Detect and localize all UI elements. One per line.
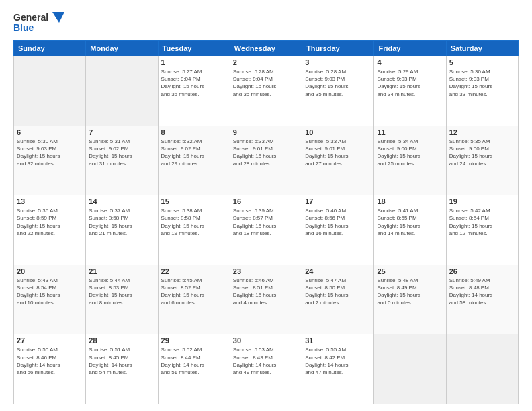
calendar-day-header: Thursday — [302, 41, 374, 56]
day-number: 15 — [161, 197, 227, 205]
day-info: Sunrise: 5:45 AM Sunset: 8:52 PM Dayligh… — [161, 277, 227, 307]
day-number: 22 — [161, 267, 227, 275]
calendar-week-row: 27Sunrise: 5:50 AM Sunset: 8:46 PM Dayli… — [14, 334, 519, 404]
calendar-cell: 30Sunrise: 5:53 AM Sunset: 8:43 PM Dayli… — [230, 334, 302, 404]
calendar-cell: 8Sunrise: 5:32 AM Sunset: 9:02 PM Daylig… — [158, 126, 230, 195]
calendar-cell: 12Sunrise: 5:35 AM Sunset: 9:00 PM Dayli… — [446, 126, 518, 195]
calendar-cell — [14, 56, 86, 126]
calendar-cell: 6Sunrise: 5:30 AM Sunset: 9:03 PM Daylig… — [14, 126, 86, 195]
day-info: Sunrise: 5:30 AM Sunset: 9:03 PM Dayligh… — [449, 68, 515, 98]
day-number: 2 — [233, 58, 299, 66]
day-info: Sunrise: 5:46 AM Sunset: 8:51 PM Dayligh… — [233, 277, 299, 307]
calendar-week-row: 20Sunrise: 5:43 AM Sunset: 8:54 PM Dayli… — [14, 265, 519, 334]
day-info: Sunrise: 5:30 AM Sunset: 9:03 PM Dayligh… — [17, 138, 83, 168]
day-info: Sunrise: 5:50 AM Sunset: 8:46 PM Dayligh… — [17, 346, 83, 376]
calendar-week-row: 6Sunrise: 5:30 AM Sunset: 9:03 PM Daylig… — [14, 126, 519, 195]
calendar-cell: 18Sunrise: 5:41 AM Sunset: 8:55 PM Dayli… — [374, 195, 446, 265]
svg-text:General: General — [13, 12, 48, 23]
day-info: Sunrise: 5:28 AM Sunset: 9:04 PM Dayligh… — [233, 68, 299, 98]
calendar-cell: 20Sunrise: 5:43 AM Sunset: 8:54 PM Dayli… — [14, 265, 86, 334]
day-number: 30 — [233, 336, 299, 345]
calendar-cell: 27Sunrise: 5:50 AM Sunset: 8:46 PM Dayli… — [14, 334, 86, 404]
calendar-cell: 4Sunrise: 5:29 AM Sunset: 9:03 PM Daylig… — [374, 56, 446, 126]
page: GeneralBlue SundayMondayTuesdayWednesday… — [0, 0, 532, 411]
day-number: 18 — [377, 197, 443, 205]
day-number: 5 — [449, 58, 515, 66]
calendar-cell: 5Sunrise: 5:30 AM Sunset: 9:03 PM Daylig… — [446, 56, 518, 126]
calendar-cell: 16Sunrise: 5:39 AM Sunset: 8:57 PM Dayli… — [230, 195, 302, 265]
calendar-cell: 22Sunrise: 5:45 AM Sunset: 8:52 PM Dayli… — [158, 265, 230, 334]
day-number: 11 — [377, 128, 443, 136]
day-number: 31 — [305, 336, 371, 345]
day-info: Sunrise: 5:43 AM Sunset: 8:54 PM Dayligh… — [17, 277, 83, 307]
calendar-cell: 21Sunrise: 5:44 AM Sunset: 8:53 PM Dayli… — [86, 265, 158, 334]
calendar-day-header: Sunday — [14, 41, 86, 56]
day-info: Sunrise: 5:32 AM Sunset: 9:02 PM Dayligh… — [161, 138, 227, 168]
day-number: 25 — [377, 267, 443, 275]
calendar-cell: 7Sunrise: 5:31 AM Sunset: 9:02 PM Daylig… — [86, 126, 158, 195]
day-info: Sunrise: 5:52 AM Sunset: 8:44 PM Dayligh… — [161, 346, 227, 376]
day-number: 20 — [17, 267, 83, 275]
day-number: 13 — [17, 197, 83, 205]
calendar-week-row: 13Sunrise: 5:36 AM Sunset: 8:59 PM Dayli… — [14, 195, 519, 265]
calendar-day-header: Friday — [374, 41, 446, 56]
day-number: 8 — [161, 128, 227, 136]
calendar-cell: 24Sunrise: 5:47 AM Sunset: 8:50 PM Dayli… — [302, 265, 374, 334]
day-number: 28 — [89, 336, 154, 345]
day-number: 1 — [161, 58, 227, 66]
day-number: 14 — [89, 197, 154, 205]
calendar-cell: 23Sunrise: 5:46 AM Sunset: 8:51 PM Dayli… — [230, 265, 302, 334]
svg-marker-2 — [52, 12, 64, 23]
day-number: 23 — [233, 267, 299, 275]
day-number: 21 — [89, 267, 154, 275]
day-number: 16 — [233, 197, 299, 205]
day-info: Sunrise: 5:38 AM Sunset: 8:58 PM Dayligh… — [161, 207, 227, 237]
day-info: Sunrise: 5:35 AM Sunset: 9:00 PM Dayligh… — [449, 138, 515, 168]
calendar-cell: 10Sunrise: 5:33 AM Sunset: 9:01 PM Dayli… — [302, 126, 374, 195]
calendar-cell: 14Sunrise: 5:37 AM Sunset: 8:58 PM Dayli… — [86, 195, 158, 265]
day-info: Sunrise: 5:49 AM Sunset: 8:48 PM Dayligh… — [449, 277, 515, 307]
day-info: Sunrise: 5:37 AM Sunset: 8:58 PM Dayligh… — [89, 207, 154, 237]
day-number: 19 — [449, 197, 515, 205]
day-info: Sunrise: 5:40 AM Sunset: 8:56 PM Dayligh… — [305, 207, 371, 237]
calendar-cell: 13Sunrise: 5:36 AM Sunset: 8:59 PM Dayli… — [14, 195, 86, 265]
day-info: Sunrise: 5:31 AM Sunset: 9:02 PM Dayligh… — [89, 138, 154, 168]
day-number: 4 — [377, 58, 443, 66]
day-number: 9 — [233, 128, 299, 136]
day-info: Sunrise: 5:47 AM Sunset: 8:50 PM Dayligh… — [305, 277, 371, 307]
calendar-cell: 17Sunrise: 5:40 AM Sunset: 8:56 PM Dayli… — [302, 195, 374, 265]
day-number: 27 — [17, 336, 83, 345]
calendar-cell: 3Sunrise: 5:28 AM Sunset: 9:03 PM Daylig… — [302, 56, 374, 126]
day-number: 3 — [305, 58, 371, 66]
day-info: Sunrise: 5:53 AM Sunset: 8:43 PM Dayligh… — [233, 346, 299, 376]
day-info: Sunrise: 5:39 AM Sunset: 8:57 PM Dayligh… — [233, 207, 299, 237]
day-info: Sunrise: 5:41 AM Sunset: 8:55 PM Dayligh… — [377, 207, 443, 237]
day-number: 17 — [305, 197, 371, 205]
logo: GeneralBlue — [13, 11, 74, 35]
calendar-header-row: SundayMondayTuesdayWednesdayThursdayFrid… — [14, 41, 519, 56]
calendar-cell: 9Sunrise: 5:33 AM Sunset: 9:01 PM Daylig… — [230, 126, 302, 195]
day-info: Sunrise: 5:44 AM Sunset: 8:53 PM Dayligh… — [89, 277, 154, 307]
calendar-day-header: Monday — [86, 41, 158, 56]
calendar-table: SundayMondayTuesdayWednesdayThursdayFrid… — [13, 40, 519, 404]
calendar-cell — [374, 334, 446, 404]
calendar-week-row: 1Sunrise: 5:27 AM Sunset: 9:04 PM Daylig… — [14, 56, 519, 126]
day-info: Sunrise: 5:36 AM Sunset: 8:59 PM Dayligh… — [17, 207, 83, 237]
calendar-cell: 15Sunrise: 5:38 AM Sunset: 8:58 PM Dayli… — [158, 195, 230, 265]
day-info: Sunrise: 5:55 AM Sunset: 8:42 PM Dayligh… — [305, 346, 371, 376]
day-info: Sunrise: 5:29 AM Sunset: 9:03 PM Dayligh… — [377, 68, 443, 98]
day-number: 10 — [305, 128, 371, 136]
day-number: 29 — [161, 336, 227, 345]
calendar-cell: 19Sunrise: 5:42 AM Sunset: 8:54 PM Dayli… — [446, 195, 518, 265]
calendar-cell: 29Sunrise: 5:52 AM Sunset: 8:44 PM Dayli… — [158, 334, 230, 404]
day-info: Sunrise: 5:33 AM Sunset: 9:01 PM Dayligh… — [305, 138, 371, 168]
day-number: 24 — [305, 267, 371, 275]
day-info: Sunrise: 5:48 AM Sunset: 8:49 PM Dayligh… — [377, 277, 443, 307]
calendar-cell: 28Sunrise: 5:51 AM Sunset: 8:45 PM Dayli… — [86, 334, 158, 404]
calendar-day-header: Tuesday — [158, 41, 230, 56]
calendar-cell: 1Sunrise: 5:27 AM Sunset: 9:04 PM Daylig… — [158, 56, 230, 126]
day-info: Sunrise: 5:51 AM Sunset: 8:45 PM Dayligh… — [89, 346, 154, 376]
calendar-cell — [446, 334, 518, 404]
day-number: 6 — [17, 128, 83, 136]
calendar-cell: 11Sunrise: 5:34 AM Sunset: 9:00 PM Dayli… — [374, 126, 446, 195]
